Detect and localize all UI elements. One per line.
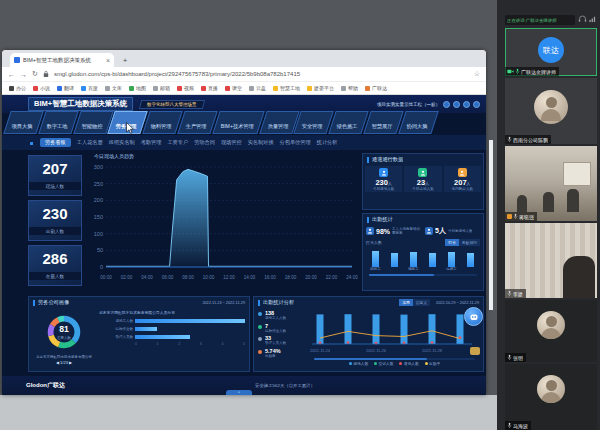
stat-dot-icon [258,337,262,341]
attendance-toggle-0[interactable]: 打卡 [445,239,459,246]
bookmark-item[interactable]: 帮助 [341,85,358,91]
subnav-item-5[interactable]: 劳动合同 [194,139,215,146]
bookmark-favicon-icon [177,86,182,91]
bookmark-item[interactable]: 云盘 [249,85,266,91]
svg-text:50: 50 [97,247,103,253]
analysis-date-range[interactable]: 2022-10-29 ~ 2022-11-29 [436,301,479,305]
bookmark-item[interactable]: 广联达 [365,85,387,91]
participant-tile-0[interactable]: 联达 广联达金牌讲师 [505,28,597,76]
footer-collapse-tab[interactable]: ^ [226,390,252,395]
nav-item-7[interactable]: 质量管理 [259,111,299,134]
person-silhouette [543,192,554,212]
subnav-item-4[interactable]: 工资专户 [167,139,188,146]
subnav-item-3[interactable]: 考勤管理 [141,139,162,146]
attendance-sub-label: 打卡人数 [366,240,382,245]
participant-tile-1[interactable]: 西南分公司陈鹏 [505,78,597,144]
bookmark-star-icon[interactable]: ☆ [474,70,480,78]
nav-item-2[interactable]: 智能物控 [73,111,113,134]
company-panel-header: 劳务公司画像 2022-11-24 ~ 2022-11-29 [29,297,249,308]
company-pager[interactable]: ◀ 1/23 ▶ [32,360,96,365]
reload-icon[interactable]: ↻ [32,70,38,78]
headset-icon[interactable] [578,15,587,23]
new-tab-button[interactable]: + [120,55,130,65]
nav-item-0[interactable]: 项目大脑 [3,111,43,134]
bookmark-item[interactable]: 翻译 [57,85,74,91]
analysis-toggle-0[interactable]: 本周 [399,299,413,306]
bookmark-item[interactable]: 小说 [33,85,50,91]
kpi-card-0: 207 现场人数 [28,155,82,196]
bookmark-item[interactable]: 课堂 [225,85,242,91]
axis-tick: 0 [135,342,137,346]
bookmark-item[interactable]: 文库 [105,85,122,91]
axis-tick: 5 [243,342,245,346]
analysis-panel-title: 出勤统计分析 [263,299,294,306]
subnav-item-6[interactable]: 现场管控 [221,139,242,146]
nav-item-9[interactable]: 绿色施工 [328,111,368,134]
legend-label: 现场人数 [353,361,368,366]
assistant-button[interactable] [464,307,483,326]
bookmark-item[interactable]: 智慧工地 [273,85,300,91]
participant-tile-4[interactable]: 张明 [505,300,597,362]
participant-tile-5[interactable]: 马海波 [505,364,597,430]
feedback-button[interactable] [470,347,480,355]
bookmark-item[interactable]: 邮箱 [153,85,170,91]
video-feed [505,223,597,298]
bookmark-label: 帮助 [348,85,358,91]
nav-item-10[interactable]: 智慧展厅 [363,111,403,134]
settings-icon[interactable] [463,101,470,108]
nav-item-8[interactable]: 安全管理 [294,111,334,134]
svg-text:2022-11-26: 2022-11-26 [366,348,387,353]
fullscreen-icon[interactable] [443,101,450,108]
bookmark-item[interactable]: 地图 [129,85,146,91]
tab-close-icon[interactable]: × [106,57,110,64]
exit-person-icon [418,168,427,177]
participant-name: 西南分公司陈鹏 [513,137,548,143]
bookmark-label: 课堂 [232,85,242,91]
nav-item-4[interactable]: 物料管理 [142,111,182,134]
bookmark-item[interactable]: 建委平台 [307,85,334,91]
subnav-item-8[interactable]: 分包单位管理 [280,139,311,146]
bookmark-favicon-icon [57,86,62,91]
participant-tile-3[interactable]: 李建 [505,223,597,298]
participant-tile-2[interactable]: 蒋晓强 [505,146,597,221]
nav-item-11[interactable]: 协同大脑 [398,111,438,134]
browser-tab[interactable]: BIM+智慧工地数据决策系统 × [10,53,114,67]
company-date-range[interactable]: 2022-11-24 ~ 2022-11-29 [202,301,245,305]
bookmark-item[interactable]: 直播 [201,85,218,91]
browser-scrollbar[interactable] [489,140,493,310]
mouse-cursor-icon [126,122,135,134]
project-name: 项目实测实量示范工程（一标） [377,102,440,107]
back-icon[interactable]: ← [8,71,15,78]
kpi-value: 286 [29,246,81,272]
forward-icon[interactable]: → [20,71,27,78]
bar-track [135,319,245,323]
dashboard-banner-text: 数字化转型八大管控场景 [147,102,197,107]
nav-item-6[interactable]: BIM+技术管理 [212,111,264,134]
legend-item-0: 现场人数 [349,361,368,366]
bookmark-label: 小说 [40,85,50,91]
bookmark-label: 文库 [112,85,122,91]
subnav-item-1[interactable]: 工人花名册 [77,139,103,146]
nav-item-1[interactable]: 数字工地 [38,111,78,134]
user-icon[interactable] [453,101,460,108]
bookmark-item[interactable]: 视频 [177,85,194,91]
url-text[interactable]: smgl.glodon.com/cps-bi/dashboard/project… [54,71,469,77]
subnav-item-7[interactable]: 实名制对接 [248,139,274,146]
dashboard-banner: 数字化转型八大管控场景 [139,100,205,109]
more-icon[interactable] [473,101,480,108]
company-bars-title: 北京东方雨虹防水技术服务有限公司人员分布 [99,310,245,315]
subnav-item-0[interactable]: 劳务看板 [40,138,71,147]
subnav-item-2[interactable]: 班组实名制 [109,139,135,146]
attendance-toggle-1[interactable]: 考勤排行 [459,239,480,246]
chart-scrollbar[interactable] [314,358,475,360]
trades-scrollbar[interactable] [369,274,477,276]
svg-text:18:00: 18:00 [285,275,297,280]
subnav-item-9[interactable]: 统计分析 [317,139,338,146]
analysis-toggle-1[interactable]: 自定义 [413,299,430,306]
bookmark-label: 视频 [184,85,194,91]
bookmark-item[interactable]: 百度 [81,85,98,91]
company-panel-title: 劳务公司画像 [38,299,69,306]
nav-item-5[interactable]: 生产管理 [177,111,217,134]
bookmark-item[interactable]: 办公 [9,85,26,91]
company-name: 北京东方雨虹防水技术服务有限公司 [32,355,96,359]
